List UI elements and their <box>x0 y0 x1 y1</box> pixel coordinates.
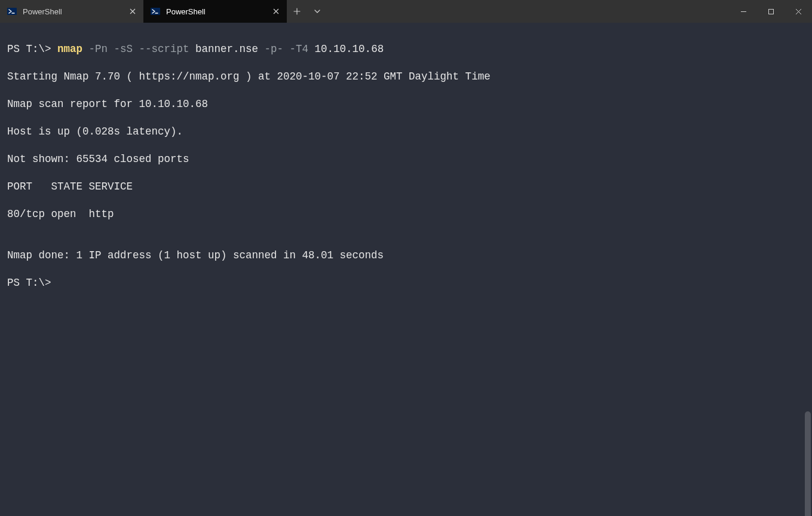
tab-powershell-1[interactable]: PowerShell <box>0 0 143 23</box>
titlebar: PowerShell PowerShell <box>0 0 812 23</box>
terminal-window: PowerShell PowerShell <box>0 0 812 516</box>
close-window-button[interactable] <box>785 0 812 23</box>
tab-actions <box>287 0 327 23</box>
command-line: PS T:\> nmap -Pn -sS --script banner.nse… <box>7 42 805 56</box>
maximize-button[interactable] <box>757 0 785 23</box>
scrollbar-thumb[interactable] <box>805 411 811 516</box>
close-icon[interactable] <box>128 7 137 16</box>
tab-label: PowerShell <box>23 7 122 16</box>
prompt: PS T:\> <box>7 43 57 55</box>
output-line: Nmap scan report for 10.10.10.68 <box>7 97 805 111</box>
tab-dropdown-button[interactable] <box>307 0 327 23</box>
command-args: -p- -T4 <box>258 43 308 55</box>
output-line: Starting Nmap 7.70 ( https://nmap.org ) … <box>7 70 805 84</box>
minimize-button[interactable] <box>730 0 757 23</box>
svg-rect-2 <box>151 8 160 15</box>
tab-powershell-2[interactable]: PowerShell <box>143 0 287 23</box>
tab-label: PowerShell <box>166 7 265 16</box>
output-line: Not shown: 65534 closed ports <box>7 152 805 166</box>
command-args: 10.10.10.68 <box>308 43 384 55</box>
output-line: PORT STATE SERVICE <box>7 180 805 194</box>
powershell-icon <box>7 7 17 16</box>
svg-rect-0 <box>7 8 17 15</box>
output-line: Host is up (0.028s latency). <box>7 125 805 139</box>
titlebar-drag-region[interactable] <box>327 0 730 23</box>
svg-rect-5 <box>768 9 773 14</box>
command-args: -Pn -sS --script <box>82 43 189 55</box>
close-icon[interactable] <box>271 7 281 16</box>
output-line: 80/tcp open http <box>7 207 805 221</box>
powershell-icon <box>151 7 160 16</box>
terminal-output[interactable]: PS T:\> nmap -Pn -sS --script banner.nse… <box>0 23 812 516</box>
output-line: Nmap done: 1 IP address (1 host up) scan… <box>7 249 805 262</box>
tab-bar: PowerShell PowerShell <box>0 0 287 23</box>
prompt-line: PS T:\> <box>7 276 805 290</box>
window-controls <box>730 0 812 23</box>
command-args: banner.nse <box>189 43 259 55</box>
new-tab-button[interactable] <box>287 0 307 23</box>
command-exe: nmap <box>57 43 82 55</box>
prompt: PS T:\> <box>7 277 57 289</box>
